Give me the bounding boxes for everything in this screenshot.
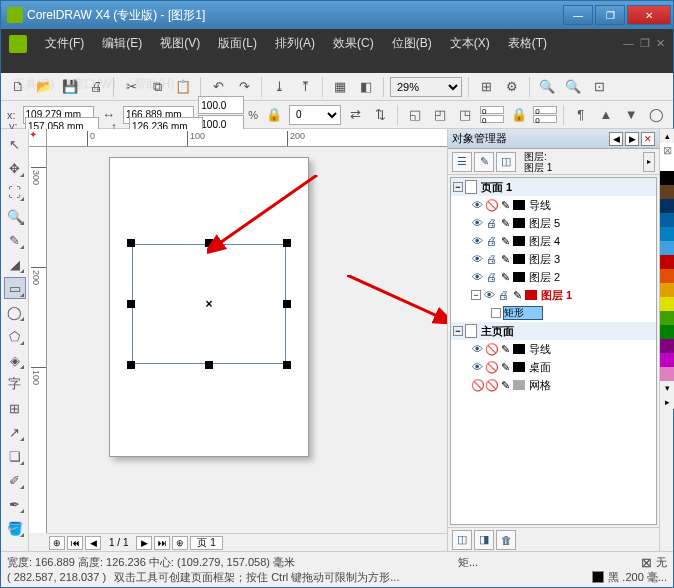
new-layer-button[interactable]: ◫ xyxy=(452,530,472,550)
interactive-tool[interactable]: ❏ xyxy=(4,445,26,467)
doc-restore[interactable]: ❐ xyxy=(640,37,650,50)
palette-flyout-button[interactable]: ▸ xyxy=(660,395,674,409)
page-first-button[interactable]: ⏮ xyxy=(67,536,83,550)
layer-1[interactable]: − 👁🖨✎ 图层 1 xyxy=(451,286,656,304)
zoom-in-button[interactable]: 🔍 xyxy=(536,76,558,98)
color-swatch[interactable] xyxy=(660,157,674,171)
layer-5[interactable]: 👁🖨✎ 图层 5 xyxy=(451,214,656,232)
smart-fill-tool[interactable]: ◢ xyxy=(4,253,26,275)
master-desktop[interactable]: 👁🚫✎ 桌面 xyxy=(451,358,656,376)
color-swatch[interactable] xyxy=(660,199,674,213)
undo-button[interactable]: ↶ xyxy=(207,76,229,98)
palette-up-button[interactable]: ▴ xyxy=(660,129,674,143)
color-swatch[interactable] xyxy=(660,185,674,199)
color-swatch[interactable] xyxy=(660,171,674,185)
menu-file[interactable]: 文件(F) xyxy=(41,33,88,54)
table-tool[interactable]: ⊞ xyxy=(4,397,26,419)
handle-se[interactable] xyxy=(283,361,291,369)
doc-minimize[interactable]: — xyxy=(623,37,634,50)
menu-effects[interactable]: 效果(C) xyxy=(329,33,378,54)
corner-shape3-button[interactable]: ◳ xyxy=(455,104,476,126)
open-button[interactable]: 📂 xyxy=(33,76,55,98)
redo-button[interactable]: ↷ xyxy=(233,76,255,98)
master-guides[interactable]: 👁🚫✎ 导线 xyxy=(451,340,656,358)
outline-swatch[interactable] xyxy=(592,571,604,583)
menu-table[interactable]: 表格(T) xyxy=(504,33,551,54)
page-next-button[interactable]: ▶ xyxy=(136,536,152,550)
lock-ratio-button[interactable]: 🔒 xyxy=(264,104,285,126)
ellipse-tool[interactable]: ◯ xyxy=(4,301,26,323)
page-tab[interactable]: 页 1 xyxy=(190,536,222,550)
color-swatch[interactable] xyxy=(660,325,674,339)
tree-master-page[interactable]: − 主页面 xyxy=(451,322,656,340)
layer-guides[interactable]: 👁 🚫 ✎ 导线 xyxy=(451,196,656,214)
layer-4[interactable]: 👁🖨✎ 图层 4 xyxy=(451,232,656,250)
zoom-out-button[interactable]: 🔍 xyxy=(562,76,584,98)
close-button[interactable]: ✕ xyxy=(627,5,671,25)
ruler-vertical[interactable]: 300 200 100 xyxy=(29,147,47,533)
show-props-button[interactable]: ☰ xyxy=(452,152,472,172)
snap-button[interactable]: ⊞ xyxy=(475,76,497,98)
layer-2[interactable]: 👁🖨✎ 图层 2 xyxy=(451,268,656,286)
fill-none-icon[interactable]: ⊠ xyxy=(641,555,652,570)
color-swatch[interactable] xyxy=(660,339,674,353)
rectangle-object[interactable]: × xyxy=(132,244,286,364)
color-swatch[interactable] xyxy=(660,311,674,325)
color-swatch[interactable] xyxy=(660,213,674,227)
import-button[interactable]: ⤓ xyxy=(268,76,290,98)
color-swatch[interactable] xyxy=(660,283,674,297)
rectangle-name-input[interactable] xyxy=(503,306,543,320)
doc-close[interactable]: ✕ xyxy=(656,37,665,50)
handle-ne[interactable] xyxy=(283,239,291,247)
options-button[interactable]: ⚙ xyxy=(501,76,523,98)
expand-icon[interactable]: − xyxy=(471,290,481,300)
docker-titlebar[interactable]: 对象管理器 ◀ ▶ ✕ xyxy=(448,129,659,149)
page-add-button[interactable]: ⊕ xyxy=(49,536,65,550)
no-fill-swatch[interactable]: ⊠ xyxy=(660,143,674,157)
docker-prev-button[interactable]: ◀ xyxy=(609,132,623,146)
corner-shape2-button[interactable]: ◰ xyxy=(430,104,451,126)
corner-shape-button[interactable]: ◱ xyxy=(404,104,425,126)
scale-x-field[interactable] xyxy=(198,96,244,114)
mirror-v-button[interactable]: ⇅ xyxy=(370,104,391,126)
color-swatch[interactable] xyxy=(660,255,674,269)
page-last-button[interactable]: ⏭ xyxy=(154,536,170,550)
layer-color[interactable] xyxy=(513,200,525,210)
visible-icon[interactable]: 👁 xyxy=(471,199,483,211)
canvas[interactable]: × xyxy=(47,147,447,533)
crop-tool[interactable]: ⛶ xyxy=(4,181,26,203)
docker-next-button[interactable]: ▶ xyxy=(625,132,639,146)
welcome-button[interactable]: ◧ xyxy=(355,76,377,98)
object-rectangle[interactable] xyxy=(491,304,656,322)
menu-edit[interactable]: 编辑(E) xyxy=(98,33,146,54)
menu-text[interactable]: 文本(X) xyxy=(446,33,494,54)
to-back-button[interactable]: ▼ xyxy=(621,104,642,126)
layer-view-button[interactable]: ◫ xyxy=(496,152,516,172)
minimize-button[interactable]: — xyxy=(563,5,593,25)
tree-page-1[interactable]: − 页面 1 xyxy=(451,178,656,196)
color-swatch[interactable] xyxy=(660,297,674,311)
handle-w[interactable] xyxy=(127,300,135,308)
cut-button[interactable]: ✂ xyxy=(120,76,142,98)
new-master-layer-button[interactable]: ◨ xyxy=(474,530,494,550)
menu-view[interactable]: 视图(V) xyxy=(156,33,204,54)
color-swatch[interactable] xyxy=(660,269,674,283)
handle-sw[interactable] xyxy=(127,361,135,369)
print-button[interactable]: 🖨 xyxy=(85,76,107,98)
color-swatch[interactable] xyxy=(660,367,674,381)
pick-tool[interactable]: ↖ xyxy=(4,133,26,155)
app-menu-icon[interactable] xyxy=(9,35,27,53)
delete-layer-button[interactable]: 🗑 xyxy=(496,530,516,550)
to-front-button[interactable]: ▲ xyxy=(595,104,616,126)
color-swatch[interactable] xyxy=(660,353,674,367)
expand-icon[interactable]: − xyxy=(453,182,463,192)
docker-flyout-button[interactable]: ▸ xyxy=(643,152,655,172)
palette-down-button[interactable]: ▾ xyxy=(660,381,674,395)
layer-3[interactable]: 👁🖨✎ 图层 3 xyxy=(451,250,656,268)
ruler-horizontal[interactable]: 0 100 200 xyxy=(47,129,447,147)
text-tool[interactable]: 字 xyxy=(4,373,26,395)
printable-icon[interactable]: 🚫 xyxy=(485,199,497,212)
docker-close-button[interactable]: ✕ xyxy=(641,132,655,146)
wrap-text-button[interactable]: ¶ xyxy=(570,104,591,126)
menu-bitmaps[interactable]: 位图(B) xyxy=(388,33,436,54)
